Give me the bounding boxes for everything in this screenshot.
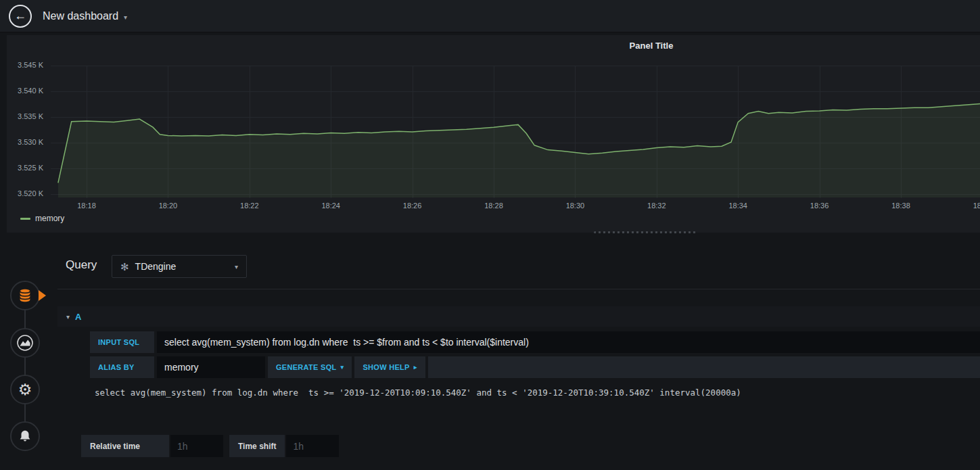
input-sql-label: INPUT SQL [90, 331, 154, 353]
alias-by-row: ALIAS BY GENERATE SQL ▾ SHOW HELP ▸ [90, 356, 980, 378]
gridline-vertical [820, 66, 820, 198]
query-ref-id: A [75, 312, 81, 322]
generated-sql-preview: select avg(mem_system) from log.dn where… [95, 387, 741, 398]
section-divider [57, 289, 980, 289]
gridline-vertical [494, 66, 494, 198]
legend-label: memory [35, 214, 64, 223]
series-area-fill [58, 103, 980, 197]
tdengine-icon: ✻ [120, 262, 129, 272]
gridline-horizontal [51, 91, 980, 92]
chart-area: Panel Title memory 3.545 K3.540 K3.535 K… [7, 35, 980, 233]
tab-general[interactable]: ⚙ [10, 375, 40, 404]
active-tab-caret-icon [39, 290, 46, 301]
generate-sql-label: GENERATE SQL [276, 363, 337, 371]
relative-time-label: Relative time [81, 435, 169, 457]
gridline-horizontal [51, 117, 980, 118]
collapse-caret-icon: ▾ [66, 313, 70, 321]
gridline-vertical [657, 66, 657, 198]
y-axis-tick-label: 3.520 K [7, 189, 43, 197]
gridline-vertical [901, 66, 902, 198]
horizontal-scrollbar[interactable] [594, 231, 696, 233]
alias-by-label: ALIAS BY [90, 356, 154, 378]
x-axis-tick-label: 18:26 [392, 202, 433, 210]
x-axis-tick-label: 18:24 [310, 202, 351, 210]
chevron-down-icon: ▾ [235, 263, 238, 271]
tab-queries[interactable] [10, 281, 40, 310]
x-axis-tick-label: 18:28 [473, 202, 514, 210]
x-axis-tick-label: 18:18 [66, 202, 107, 210]
x-axis-tick-label: 18:30 [555, 202, 595, 210]
gridline-vertical [738, 66, 739, 198]
x-axis-tick-label: 18:32 [636, 202, 677, 210]
tab-alert[interactable] [10, 421, 40, 451]
arrow-left-icon: ← [14, 9, 26, 23]
chevron-down-icon: ▾ [124, 11, 127, 21]
datasource-picker[interactable]: ✻ TDengine ▾ [112, 255, 247, 278]
x-axis-tick-label: 18:20 [147, 202, 188, 210]
gridline-vertical [87, 66, 87, 198]
time-options-row: Relative time Time shift [81, 435, 339, 457]
query-section-title: Query [66, 258, 97, 272]
gridline-horizontal [51, 66, 980, 66]
gridline-horizontal [51, 168, 980, 169]
relative-time-input[interactable] [170, 435, 223, 457]
gridline-vertical [413, 66, 413, 198]
dashboard-title-menu[interactable]: New dashboard ▾ [43, 10, 127, 22]
generate-sql-button[interactable]: GENERATE SQL ▾ [268, 356, 352, 378]
panel-title[interactable]: Panel Title [617, 41, 685, 51]
x-axis-tick-label: 18:36 [799, 202, 840, 210]
gridline-vertical [250, 66, 250, 198]
query-row-header[interactable]: ▾ A [57, 306, 980, 327]
input-sql-field[interactable] [157, 331, 980, 353]
gridline-vertical [331, 66, 331, 198]
gear-icon: ⚙ [18, 382, 32, 398]
gridline-horizontal [51, 194, 980, 195]
time-shift-group: Time shift [229, 435, 339, 457]
tab-rail-connector [24, 296, 26, 436]
top-navbar: ← New dashboard ▾ [0, 0, 980, 32]
y-axis-tick-label: 3.545 K [7, 61, 43, 69]
alias-by-field[interactable] [157, 356, 265, 378]
row-filler [428, 356, 980, 378]
input-sql-row: INPUT SQL [90, 331, 980, 353]
y-axis-tick-label: 3.530 K [7, 138, 43, 146]
chart-icon [16, 334, 34, 352]
time-shift-input[interactable] [286, 435, 339, 457]
y-axis-tick-label: 3.540 K [7, 87, 43, 95]
time-shift-label: Time shift [229, 435, 285, 457]
bell-icon [18, 429, 32, 444]
show-help-label: SHOW HELP [363, 363, 409, 371]
x-axis-tick-label: 18:22 [229, 202, 270, 210]
back-button[interactable]: ← [9, 5, 32, 28]
database-icon [18, 288, 32, 303]
relative-time-group: Relative time [81, 435, 223, 457]
chart-legend: memory [20, 214, 64, 223]
x-axis-tick-label: 18:38 [881, 202, 921, 210]
datasource-name: TDengine [135, 261, 229, 272]
chevron-down-icon: ▾ [341, 364, 344, 371]
x-axis-tick-label: 18:34 [718, 202, 758, 210]
show-help-button[interactable]: SHOW HELP ▸ [354, 356, 425, 378]
legend-item[interactable]: memory [20, 214, 64, 223]
x-axis-tick-label: 18:40 [962, 202, 980, 210]
gridline-vertical [575, 66, 576, 198]
legend-color-dash-icon [20, 218, 30, 220]
gridline-vertical [168, 66, 168, 198]
y-axis-tick-label: 3.525 K [7, 164, 43, 172]
tab-visualization[interactable] [10, 328, 40, 358]
gridline-horizontal [51, 143, 980, 143]
chevron-right-icon: ▸ [414, 364, 417, 371]
y-axis-tick-label: 3.535 K [7, 112, 43, 120]
dashboard-title: New dashboard [43, 10, 118, 22]
